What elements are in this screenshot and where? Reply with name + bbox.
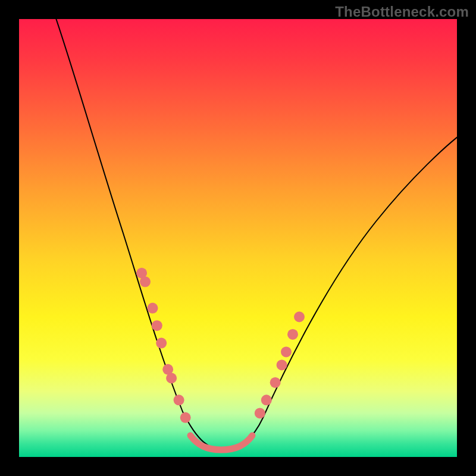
data-dot [166, 373, 177, 384]
data-dot [294, 312, 305, 322]
data-dot [277, 359, 287, 370]
data-dot [140, 277, 151, 287]
data-dot [261, 394, 272, 405]
curve-path [54, 19, 457, 450]
data-dot [270, 377, 281, 388]
data-dots [136, 268, 305, 423]
data-dot [255, 408, 265, 418]
data-dot [174, 394, 184, 405]
data-dot [148, 303, 158, 314]
data-dot [180, 412, 191, 423]
data-dot [281, 346, 292, 357]
data-dot [152, 320, 162, 331]
chart-stage: TheBottleneck.com [0, 0, 476, 476]
bottleneck-curve [19, 19, 457, 457]
plot-area [19, 19, 457, 457]
data-dot [287, 329, 298, 340]
watermark-text: TheBottleneck.com [335, 4, 469, 20]
data-dot [156, 338, 167, 349]
